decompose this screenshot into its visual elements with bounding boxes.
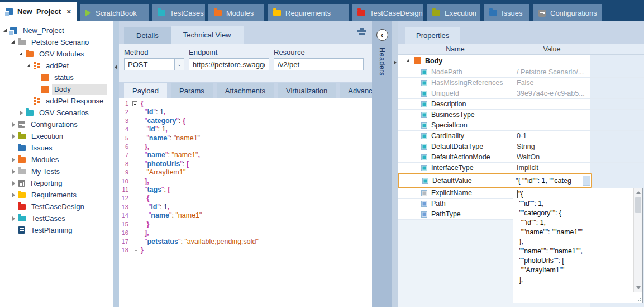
- tree-item-issues[interactable]: Issues: [0, 142, 113, 154]
- tab-configurations[interactable]: Configurations: [533, 4, 602, 21]
- payload-editor[interactable]: 1{2 "id": 1,3 "category": {4 "id": 1,5 "…: [119, 98, 372, 307]
- tree-collapsed-arrow-icon[interactable]: [11, 157, 17, 163]
- properties-splitter[interactable]: [392, 21, 398, 307]
- editor-line[interactable]: 13 "id": 1,: [119, 203, 372, 211]
- tree-item-execution[interactable]: Execution: [0, 130, 113, 142]
- popup-scrollbar[interactable]: [633, 188, 642, 292]
- endpoint-input[interactable]: [189, 58, 269, 70]
- ellipsis-button[interactable]: …: [583, 176, 590, 186]
- tree-item-osv-scenarios[interactable]: OSV Scenarios: [0, 107, 113, 119]
- editor-line[interactable]: 5 "name": "name1": [119, 134, 372, 143]
- tree-collapsed-arrow-icon[interactable]: [11, 180, 17, 186]
- tree-item-my-tests[interactable]: My Tests: [0, 166, 113, 177]
- tree-item-new-project[interactable]: New_Project: [0, 25, 113, 36]
- close-icon[interactable]: ×: [66, 7, 71, 16]
- property-value-cell[interactable]: False: [513, 78, 590, 88]
- property-value-cell[interactable]: [513, 55, 590, 67]
- tree-collapsed-arrow-icon[interactable]: [11, 133, 17, 139]
- tab-payload[interactable]: Payload: [124, 83, 167, 98]
- tree-item-osv-modules[interactable]: OSV Modules: [0, 48, 113, 60]
- property-row-specialicon[interactable]: SpecialIcon: [398, 120, 644, 131]
- headers-panel-label[interactable]: Headers: [378, 48, 386, 76]
- property-value-cell[interactable]: 39e97a4c-e7c9-ab5...: [513, 88, 590, 98]
- tab-new-project[interactable]: New_Project×: [0, 2, 77, 21]
- tree-item-testcasedesign[interactable]: TestCaseDesign: [0, 201, 113, 212]
- editor-line[interactable]: 1{: [119, 100, 372, 108]
- property-row-defaultvalue[interactable]: DefaultValue"{ ""id"": 1, ""categ…: [398, 173, 644, 188]
- scroll-up-icon[interactable]: [636, 191, 641, 194]
- tab-testcasedesign[interactable]: TestCaseDesign: [352, 4, 423, 21]
- property-value-cell[interactable]: "{ ""id"": 1, ""categ…: [512, 174, 591, 187]
- tree-item-status[interactable]: status: [0, 72, 113, 83]
- property-row-uniqueid[interactable]: UniqueId39e97a4c-e7c9-ab5...: [398, 88, 644, 99]
- fold-collapse-icon[interactable]: [131, 100, 139, 108]
- editor-line[interactable]: 4 "id": 1,: [119, 125, 372, 134]
- property-row-body[interactable]: Body: [398, 55, 644, 67]
- property-row-defaultactionmode[interactable]: DefaultActionModeWaitOn: [398, 152, 644, 163]
- tree-collapsed-arrow-icon[interactable]: [11, 192, 17, 198]
- expand-headers-button[interactable]: ‹: [376, 29, 388, 41]
- editor-line[interactable]: 8 "photoUrls": [: [119, 160, 372, 168]
- tree-item-configurations[interactable]: Configurations: [0, 119, 113, 130]
- tab-virtualization[interactable]: Virtualization: [278, 83, 336, 98]
- tree-expanded-arrow-icon[interactable]: [26, 63, 32, 69]
- editor-line[interactable]: 3 "category": {: [119, 117, 372, 125]
- resize-grip-icon[interactable]: [640, 298, 641, 299]
- tab-scratchbook[interactable]: ScratchBook: [80, 4, 149, 21]
- property-row-interfacetype[interactable]: InterfaceTypeImplicit: [398, 163, 644, 173]
- property-row-businesstype[interactable]: BusinessType: [398, 110, 644, 120]
- tree-item-addpet[interactable]: addPet: [0, 60, 113, 72]
- property-value-cell[interactable]: String: [513, 141, 590, 152]
- editor-line[interactable]: 18}: [119, 246, 372, 254]
- tree-item-testcases[interactable]: TestCases: [0, 212, 113, 224]
- tab-details[interactable]: Details: [124, 27, 171, 44]
- tree-collapsed-arrow-icon[interactable]: [11, 215, 17, 221]
- tree-collapsed-arrow-icon[interactable]: [18, 110, 25, 116]
- method-select[interactable]: POST ⌄: [124, 58, 184, 70]
- defaultvalue-popup-text[interactable]: "{ ""id"": 1, ""category"": { ""id"": 1,…: [513, 188, 633, 292]
- editor-line[interactable]: 10 ],: [119, 177, 372, 186]
- editor-line[interactable]: 15 }: [119, 220, 372, 229]
- tab-modules[interactable]: Modules: [208, 4, 264, 21]
- tab-params[interactable]: Params: [171, 83, 213, 98]
- property-value-cell[interactable]: 0-1: [513, 131, 590, 141]
- tree-expanded-arrow-icon[interactable]: [3, 27, 9, 34]
- editor-line[interactable]: 11 "tags": [: [119, 186, 372, 194]
- property-value-cell[interactable]: Implicit: [513, 163, 590, 173]
- tab-issues[interactable]: Issues: [484, 4, 529, 21]
- editor-line[interactable]: 17 "petstatus": "available;pending;sold": [119, 238, 372, 246]
- tree-splitter[interactable]: [113, 21, 119, 307]
- tab-execution[interactable]: Execution: [427, 4, 480, 21]
- editor-line[interactable]: 2 "id": 1,: [119, 108, 372, 116]
- property-value-cell[interactable]: [513, 110, 590, 120]
- scrollbar-thumb[interactable]: [635, 197, 641, 213]
- tab-requirements[interactable]: Requirements: [268, 4, 349, 21]
- property-row-defaultdatatype[interactable]: DefaultDataTypeString: [398, 141, 644, 152]
- tab-testcases[interactable]: TestCases: [152, 4, 205, 21]
- resource-input[interactable]: [274, 58, 364, 70]
- editor-line[interactable]: 6 },: [119, 143, 372, 151]
- selected-property-editor[interactable]: DefaultValue"{ ""id"": 1, ""categ…: [398, 173, 592, 188]
- tree-item-addpet-response[interactable]: addPet Response: [0, 95, 113, 107]
- tree-item-reporting[interactable]: Reporting: [0, 177, 113, 189]
- tab-attachments[interactable]: Attachments: [217, 83, 274, 98]
- tree-expanded-arrow-icon[interactable]: [11, 39, 17, 45]
- property-value-cell[interactable]: [513, 99, 590, 109]
- tree-item-petstore-scenario[interactable]: Petstore Scenario: [0, 36, 113, 48]
- tree-expanded-arrow-icon[interactable]: [406, 58, 412, 64]
- tree-collapsed-arrow-icon[interactable]: [11, 168, 17, 174]
- property-value-cell[interactable]: [513, 120, 590, 130]
- property-value-cell[interactable]: / Petstore Scenario/...: [513, 67, 590, 77]
- tab-properties[interactable]: Properties: [405, 27, 460, 44]
- editor-line[interactable]: 7 "name": "name1",: [119, 151, 372, 159]
- tree-collapsed-arrow-icon[interactable]: [11, 121, 17, 127]
- tree-item-modules[interactable]: Modules: [0, 154, 113, 166]
- tree-expanded-arrow-icon[interactable]: [18, 51, 25, 57]
- property-row-nodepath[interactable]: NodePath/ Petstore Scenario/...: [398, 67, 644, 78]
- editor-line[interactable]: 9 "ArrayItem1": [119, 168, 372, 177]
- property-row-cardinality[interactable]: Cardinality0-1: [398, 131, 644, 141]
- tree-item-testplanning[interactable]: TestPlanning: [0, 224, 113, 236]
- tree-item-requirements[interactable]: Requirements: [0, 189, 113, 201]
- chevron-down-icon[interactable]: ⌄: [174, 59, 184, 70]
- editor-line[interactable]: 14 "name": "name1": [119, 211, 372, 220]
